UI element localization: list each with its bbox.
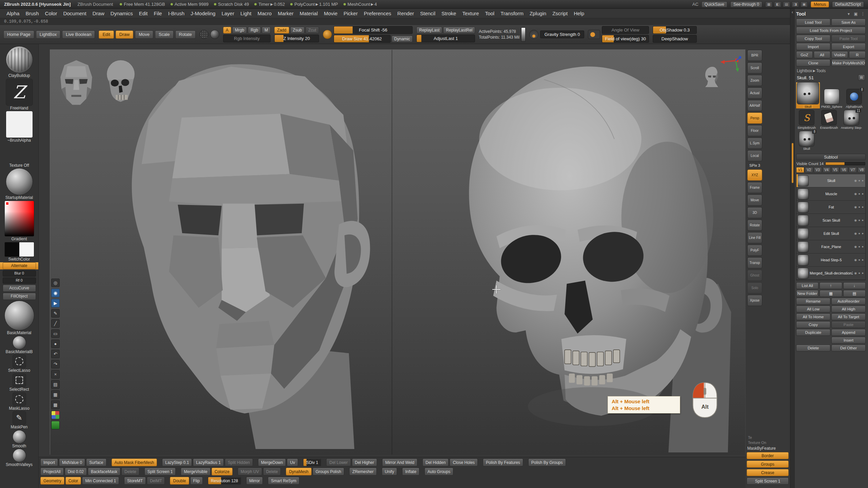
local-icon[interactable]: Local bbox=[747, 150, 762, 161]
tray-thumbnail[interactable] bbox=[13, 336, 26, 349]
tool-thumbnail-image[interactable] bbox=[799, 110, 814, 125]
stroke-type-icon[interactable] bbox=[199, 30, 209, 39]
threed-icon[interactable]: 3D bbox=[747, 207, 762, 218]
right-subcolumn-button[interactable]: Border bbox=[747, 452, 789, 459]
lightbox-button[interactable]: LightBox bbox=[36, 30, 61, 39]
tray-thumbnail[interactable] bbox=[6, 144, 33, 163]
tool-panel-button[interactable]: R bbox=[849, 51, 866, 58]
subtool-action-button[interactable]: All To Home bbox=[796, 313, 830, 320]
bottom-button[interactable]: Close Holes bbox=[450, 459, 478, 466]
dynamic-button[interactable]: Dynamic bbox=[392, 36, 413, 42]
bottom-button[interactable]: Delete bbox=[263, 468, 281, 475]
dot-brush-icon[interactable]: ● bbox=[51, 340, 60, 348]
tray-thumbnail[interactable] bbox=[6, 168, 33, 195]
visibility-tab[interactable]: V2 bbox=[805, 167, 813, 173]
color-dropper-icon[interactable]: ◎ bbox=[51, 279, 60, 287]
visibility-tab[interactable]: V3 bbox=[814, 167, 822, 173]
subtool-action-button[interactable]: List All bbox=[796, 282, 818, 289]
bottom-button[interactable]: Colorize bbox=[212, 468, 233, 475]
bottom-button[interactable]: LazyRadius 1 bbox=[193, 459, 224, 466]
solo-icon[interactable]: Solo bbox=[747, 282, 762, 293]
menu-item[interactable]: Dynamics bbox=[107, 9, 136, 17]
split-view-icon[interactable]: ◧ bbox=[774, 1, 781, 7]
visibility-tab[interactable]: V7 bbox=[849, 167, 857, 173]
redo-icon[interactable]: ↷ bbox=[51, 360, 60, 368]
subtool-action-button[interactable]: Copy bbox=[796, 321, 830, 328]
knife-icon[interactable]: ╱ bbox=[51, 319, 60, 328]
screen-icon[interactable]: ▣ bbox=[801, 1, 808, 7]
subtool-action-button[interactable]: All To Target bbox=[831, 313, 866, 320]
visibility-tab[interactable]: V4 bbox=[823, 167, 831, 173]
menu-item[interactable]: Layer bbox=[218, 9, 237, 17]
replay-last-button[interactable]: ReplayLast bbox=[416, 27, 442, 34]
rows-icon[interactable]: ▤ bbox=[783, 1, 790, 7]
field-of-view-slider[interactable]: Field of view(deg) 30 bbox=[602, 35, 649, 43]
bottom-button[interactable]: Unify bbox=[382, 468, 397, 475]
menu-item[interactable]: Macro bbox=[255, 9, 275, 17]
default-zscript-button[interactable]: DefaultZScript bbox=[832, 1, 864, 7]
draw-size-slider[interactable]: Draw Size 41.42062 bbox=[334, 35, 391, 43]
subtool-action-button[interactable]: Rename bbox=[796, 298, 830, 305]
tool-panel-button[interactable]: Load Tool bbox=[796, 19, 830, 26]
menu-item[interactable]: Zplugin bbox=[527, 9, 549, 17]
bottom-button[interactable]: Auto Mask FiberMesh bbox=[112, 459, 157, 466]
bottom-button[interactable]: Min Connected 1 bbox=[82, 477, 119, 485]
bottom-button[interactable]: Inflate bbox=[402, 468, 419, 475]
subtool-action-button[interactable]: All Low bbox=[796, 306, 830, 312]
tray-thumbnail[interactable] bbox=[6, 111, 33, 138]
mrgb-button[interactable]: Mrgb bbox=[232, 27, 247, 34]
bottom-button[interactable]: Polish By Features bbox=[483, 459, 523, 466]
sculpt-document[interactable]: ◎◉▶✎╱▭●↶↷×▤▦▩ Alt + Mouse left Alt + Mou… bbox=[50, 49, 746, 455]
tool-panel-button[interactable]: Make PolyMesh3D bbox=[831, 59, 866, 66]
subtool-row-icons[interactable] bbox=[854, 219, 864, 222]
tool-thumbnail[interactable]: 8 AlphaBrush bbox=[844, 89, 865, 108]
palette-icon[interactable] bbox=[51, 411, 60, 419]
subtool-row-icons[interactable] bbox=[854, 271, 864, 275]
collapse-arrow-icon[interactable]: ‹ bbox=[792, 10, 793, 14]
subtool-action-button[interactable]: ▤ bbox=[843, 290, 866, 297]
subtool-row[interactable]: Head Step-5 bbox=[796, 253, 865, 267]
bottom-button[interactable]: Mirror bbox=[246, 477, 263, 485]
menu-item[interactable]: Edit bbox=[136, 9, 151, 17]
angle-of-view-slider[interactable]: Angle Of View bbox=[602, 26, 649, 34]
note-icon[interactable]: ▤ bbox=[51, 380, 60, 389]
grid-icon[interactable]: ▦ bbox=[765, 1, 772, 7]
bottom-button[interactable]: Double bbox=[170, 477, 189, 485]
subtool-action-button[interactable]: Paste bbox=[831, 321, 866, 328]
tray-item[interactable]: Blur 0 bbox=[0, 270, 38, 277]
subtool-row[interactable]: Face_Plane bbox=[796, 240, 865, 253]
panel-scrollbar-thumb[interactable] bbox=[792, 143, 793, 183]
visibility-tab[interactable]: V5 bbox=[831, 167, 840, 173]
tray-item[interactable]: Smooth bbox=[0, 430, 38, 448]
tray-item[interactable]: Texture Off bbox=[0, 144, 38, 168]
quicksave-button[interactable]: QuickSave bbox=[702, 1, 727, 7]
tray-item[interactable]: FreeHand bbox=[0, 79, 38, 110]
more-icon[interactable]: ⋮ bbox=[860, 12, 866, 16]
select-cursor-icon[interactable]: ▶ bbox=[51, 299, 60, 307]
subtool-action-button[interactable]: ▦ bbox=[820, 290, 842, 297]
tray-item[interactable]: StartupMaterial bbox=[0, 168, 38, 200]
bottom-button[interactable]: Del Higher bbox=[352, 459, 377, 466]
tray-item[interactable]: SwitchColor bbox=[0, 242, 38, 262]
tool-thumbnail-image[interactable] bbox=[799, 131, 814, 146]
tool-thumbnail-image[interactable] bbox=[847, 89, 862, 104]
tray-item[interactable]: SelectRect bbox=[0, 374, 38, 392]
tray-thumbnail[interactable] bbox=[13, 355, 26, 368]
tray-thumbnail[interactable] bbox=[13, 411, 26, 424]
bottom-button[interactable]: Import bbox=[40, 459, 58, 466]
tray-item[interactable]: ClayBuildup bbox=[0, 46, 38, 78]
rotate-icon[interactable]: Rotate bbox=[747, 220, 762, 231]
draw-button[interactable]: Draw bbox=[116, 30, 133, 39]
home-page-button[interactable]: Home Page bbox=[3, 30, 34, 39]
menu-item[interactable]: Color bbox=[42, 9, 60, 17]
subtool-section-header[interactable]: Subtool bbox=[796, 154, 866, 160]
alpha-picker-icon[interactable] bbox=[210, 30, 219, 39]
bottom-button[interactable]: Auto Groups bbox=[425, 468, 453, 475]
transparency-icon[interactable]: Transp bbox=[747, 257, 762, 268]
bottom-button[interactable]: Dist 0.02 bbox=[65, 468, 87, 475]
bottom-button[interactable]: Smart ReSym bbox=[268, 477, 299, 485]
tray-item[interactable]: ~BrushAlpha bbox=[0, 111, 38, 143]
bottom-button[interactable]: Mirror And Weld bbox=[382, 459, 417, 466]
tray-item[interactable]: BasicMaterialB bbox=[0, 336, 38, 354]
tray-item[interactable]: Gradient bbox=[0, 201, 38, 241]
